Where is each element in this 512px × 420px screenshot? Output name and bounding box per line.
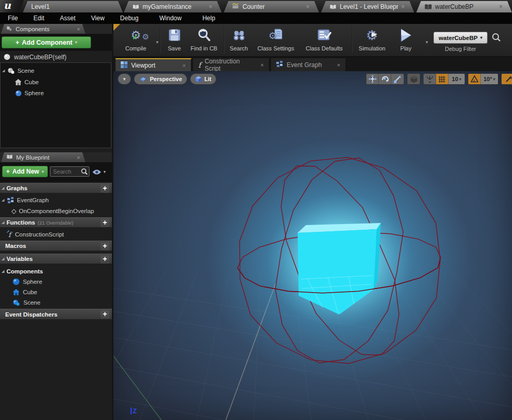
- menu-bar: File Edit Asset View Debug Window Help: [0, 12, 512, 24]
- expand-arrow-icon[interactable]: ◢: [2, 257, 4, 261]
- scale-snap-toggle[interactable]: [502, 74, 512, 84]
- rotation-snap-toggle[interactable]: [468, 74, 481, 84]
- my-blueprint-panel-tab[interactable]: My Blueprint ×: [1, 152, 85, 162]
- find-in-cb-button[interactable]: Find in CB: [188, 26, 220, 51]
- book-icon: [6, 154, 13, 161]
- menu-debug[interactable]: Debug: [112, 15, 146, 22]
- search-button[interactable]: Search: [226, 26, 251, 51]
- menu-asset[interactable]: Asset: [52, 15, 83, 22]
- close-icon[interactable]: ×: [499, 4, 503, 10]
- window-tab-mygameinstance[interactable]: myGameInstance ×: [124, 1, 222, 12]
- eye-filter-icon[interactable]: [92, 168, 101, 177]
- tab-construction-script[interactable]: f Construction Script ×: [193, 58, 270, 71]
- compile-button[interactable]: ⚙ ⚙ ✓ Compile: [118, 26, 154, 51]
- expand-arrow-icon[interactable]: ◢: [2, 269, 4, 273]
- close-icon[interactable]: ×: [330, 62, 340, 68]
- close-icon[interactable]: ×: [401, 4, 405, 10]
- menu-view[interactable]: View: [83, 15, 112, 22]
- blueprint-book-icon: [132, 4, 139, 10]
- scale-tool-button[interactable]: [391, 74, 404, 84]
- add-component-button[interactable]: + Add Component ▾: [2, 36, 91, 48]
- rotate-tool-button[interactable]: [379, 74, 391, 84]
- window-tab-counter[interactable]: Counter ×: [224, 1, 319, 12]
- class-settings-button[interactable]: ⚙ Class Settings: [253, 26, 298, 51]
- binoculars-icon: [232, 26, 246, 45]
- grid-snap-group: 10 ▾: [423, 73, 465, 85]
- menu-file[interactable]: File: [0, 15, 25, 22]
- play-button[interactable]: Play: [393, 26, 418, 51]
- variables-section-header[interactable]: ◢ Variables +: [0, 254, 112, 264]
- grid-snap-toggle[interactable]: [436, 74, 449, 84]
- construction-script-item[interactable]: f➚ ConstructionScript: [0, 229, 112, 240]
- tab-viewport[interactable]: Viewport ×: [116, 58, 191, 71]
- chevron-down-icon[interactable]: ▾: [104, 169, 106, 174]
- coordinate-space-toggle[interactable]: [407, 73, 420, 85]
- macros-section-header[interactable]: Macros +: [0, 241, 112, 251]
- components-category-row[interactable]: ◢ Components: [0, 266, 112, 277]
- add-macro-button[interactable]: +: [100, 242, 109, 251]
- editor-tab-row: Viewport × f Construction Script × Event…: [113, 58, 512, 71]
- chevron-down-icon: ▾: [75, 40, 77, 45]
- close-icon[interactable]: ×: [77, 26, 80, 32]
- play-options-caret[interactable]: ▾: [426, 40, 428, 45]
- simulation-button[interactable]: ⚙ ▶ Simulation: [355, 26, 389, 51]
- move-tool-button[interactable]: [366, 74, 379, 84]
- variable-sphere-item[interactable]: Sphere: [0, 277, 112, 287]
- event-dispatchers-section-header[interactable]: Event Dispatchers +: [0, 309, 112, 320]
- components-icon: [6, 25, 12, 33]
- add-function-button[interactable]: +: [100, 219, 109, 227]
- expand-arrow-icon[interactable]: ◢: [2, 186, 4, 190]
- close-icon[interactable]: ×: [77, 154, 80, 161]
- debug-filter-label: Debug Filter: [426, 46, 495, 52]
- close-icon[interactable]: ×: [209, 4, 212, 10]
- viewport-options-button[interactable]: ▾: [118, 73, 131, 85]
- surface-snap-button[interactable]: [424, 74, 436, 84]
- sphere-icon: [4, 54, 10, 60]
- scene-spheres-icon: [12, 299, 20, 306]
- lighting-mode-button[interactable]: Lit: [190, 73, 216, 85]
- variable-scene-item[interactable]: Scene: [0, 297, 112, 308]
- window-tab-watercubebp[interactable]: waterCubeBP ×: [416, 1, 512, 12]
- search-input[interactable]: [50, 168, 81, 175]
- debug-search-icon[interactable]: [491, 32, 502, 45]
- panel-title: Components: [16, 26, 49, 32]
- expand-arrow-icon[interactable]: ◢: [2, 220, 4, 225]
- close-icon[interactable]: ×: [253, 62, 264, 68]
- variable-cube-item[interactable]: Cube: [0, 287, 112, 297]
- add-new-button[interactable]: + Add New ▾: [2, 166, 48, 177]
- viewport-3d[interactable]: ▾ Perspective Lit: [113, 71, 512, 420]
- add-variable-button[interactable]: +: [100, 255, 109, 264]
- grid-snap-value[interactable]: 10 ▾: [449, 74, 465, 84]
- gear-page-icon: ⚙: [268, 26, 284, 45]
- compile-options-caret[interactable]: ▾: [156, 40, 159, 45]
- graphs-section-header[interactable]: ◢ Graphs +: [0, 183, 112, 193]
- add-event-dispatcher-button[interactable]: +: [100, 310, 109, 319]
- menu-edit[interactable]: Edit: [25, 15, 52, 22]
- tab-event-graph[interactable]: Event Graph ×: [271, 58, 346, 71]
- tree-item-sphere[interactable]: Sphere: [1, 88, 112, 98]
- expand-arrow-icon[interactable]: ◢: [2, 198, 4, 202]
- rotation-snap-value[interactable]: 10° ▾: [481, 74, 498, 84]
- components-panel-tab[interactable]: Components ×: [1, 24, 85, 34]
- tree-item-scene[interactable]: ◢ Scene: [1, 65, 112, 76]
- add-graph-button[interactable]: +: [100, 185, 109, 193]
- overlap-event-item[interactable]: ◇ OnComponentBeginOverlap: [0, 206, 112, 216]
- menu-window[interactable]: Window: [146, 15, 189, 22]
- chevron-down-icon: ▾: [123, 76, 126, 82]
- camera-mode-button[interactable]: Perspective: [134, 73, 187, 85]
- window-tab-level1[interactable]: Level1: [23, 1, 123, 12]
- tree-item-cube[interactable]: Cube: [1, 77, 112, 87]
- expand-arrow-icon[interactable]: ◢: [2, 69, 5, 73]
- menu-help[interactable]: Help: [189, 15, 223, 22]
- transform-tools-group: [366, 73, 404, 85]
- component-self-row[interactable]: waterCubeBP(self): [0, 52, 112, 62]
- class-defaults-button[interactable]: Class Defaults: [301, 26, 347, 51]
- save-button[interactable]: Save: [162, 26, 186, 51]
- close-icon[interactable]: ×: [175, 62, 186, 69]
- window-tab-level-blueprint[interactable]: Level1 - Level Blueprint Ed ×: [321, 1, 414, 12]
- functions-section-header[interactable]: ◢ Functions (21 Overridable) +: [0, 217, 112, 228]
- title-bar: u Level1 myGameInstance × Counter × Leve…: [0, 0, 512, 12]
- debug-filter-dropdown[interactable]: waterCubeBP ▾: [433, 32, 488, 44]
- close-icon[interactable]: ×: [306, 4, 310, 10]
- event-graph-item[interactable]: ◢ EventGraph: [0, 195, 112, 205]
